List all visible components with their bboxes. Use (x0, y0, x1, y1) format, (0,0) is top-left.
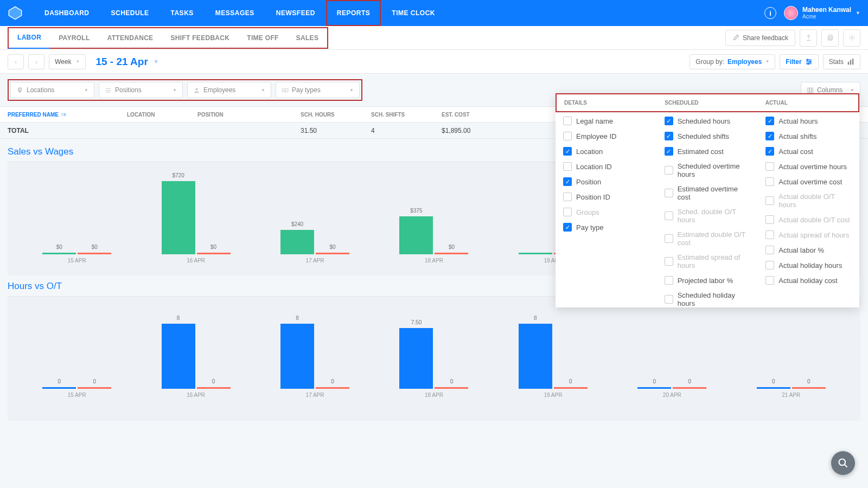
column-toggle[interactable]: Actual labor % (765, 246, 852, 254)
column-toggle[interactable]: Position ID (563, 192, 649, 201)
checkbox: ✓ (765, 132, 774, 140)
nav-item-tasks[interactable]: TASKS (160, 0, 205, 26)
positions-filter[interactable]: Positions ▼ (99, 82, 183, 98)
column-toggle[interactable]: ✓Location (563, 147, 649, 156)
avatar (784, 6, 798, 20)
nav-item-time-clock[interactable]: TIME CLOCK (381, 0, 446, 26)
period-label: Week (55, 58, 71, 66)
column-toggle: Actual double O/T hours (765, 192, 852, 209)
column-toggle[interactable]: ✓Pay type (563, 223, 649, 232)
groupby-select[interactable]: Group by: Employees ▼ (690, 54, 775, 69)
col-position-header[interactable]: POSITION (197, 112, 301, 118)
locations-filter[interactable]: Locations ▼ (10, 82, 94, 98)
date-range-picker[interactable]: 15 - 21 Apr ▼ (95, 56, 158, 68)
cash-icon (282, 87, 289, 94)
bar: 0 (637, 387, 671, 389)
column-toggle[interactable]: Actual holiday hours (765, 261, 852, 269)
column-toggle[interactable]: Location ID (563, 162, 649, 171)
column-toggle-label: Actual holiday hours (778, 261, 842, 269)
share-feedback-button[interactable]: Share feedback (725, 30, 795, 46)
tab-sales[interactable]: SALES (288, 27, 328, 49)
column-toggle[interactable]: ✓Actual hours (765, 117, 852, 125)
tab-labor[interactable]: LABOR (9, 27, 50, 49)
total-label: TOTAL (8, 127, 127, 134)
bar: $0 (435, 253, 468, 254)
col-sch-hours-header[interactable]: SCH. HOURS (301, 112, 371, 118)
column-toggle[interactable]: ✓Estimated cost (665, 147, 751, 156)
filter-button[interactable]: Filter (780, 54, 818, 69)
column-toggle[interactable]: Legal name (563, 117, 649, 125)
col-location-header[interactable]: LOCATION (127, 112, 197, 118)
settings-button[interactable] (843, 29, 860, 47)
prev-period-button[interactable]: ‹ (8, 54, 24, 69)
column-toggle[interactable]: Estimated overtime cost (665, 185, 751, 201)
next-period-button[interactable]: › (28, 54, 44, 69)
column-toggle[interactable]: Scheduled overtime hours (665, 162, 751, 178)
app-logo[interactable] (8, 5, 23, 21)
column-toggle-label: Pay type (576, 223, 604, 232)
bar: 0 (197, 387, 231, 389)
column-toggle-label: Scheduled hours (678, 117, 731, 125)
svg-point-17 (195, 88, 197, 90)
nav-item-schedule[interactable]: SCHEDULE (100, 0, 160, 26)
bar-group: 00 (17, 387, 136, 389)
tab-shift-feedback[interactable]: SHIFT FEEDBACK (162, 27, 238, 49)
nav-item-dashboard[interactable]: DASHBOARD (34, 0, 100, 26)
tab-attendance[interactable]: ATTENDANCE (99, 27, 162, 49)
col-sch-shifts-header[interactable]: SCH. SHIFTS (371, 112, 442, 118)
checkbox (765, 177, 774, 186)
print-button[interactable] (821, 29, 839, 47)
filter-selects-group: Locations ▼ Positions ▼ Employees ▼ Pay … (8, 79, 362, 101)
info-icon[interactable]: i (764, 7, 776, 19)
column-toggle[interactable]: Employee ID (563, 132, 649, 140)
column-toggle-label: Estimated double O/T cost (678, 230, 751, 247)
filter-label: Filter (786, 58, 801, 66)
user-menu[interactable]: Maheen Kanwal Acme ▼ (784, 6, 860, 20)
x-axis-label: 15 APR (17, 258, 136, 264)
help-button[interactable] (831, 451, 855, 475)
column-toggle-label: Position (576, 178, 601, 186)
checkbox: ✓ (665, 132, 673, 140)
col-est-cost-header[interactable]: EST. COST (442, 112, 512, 118)
bar: 0 (42, 387, 76, 389)
pencil-icon (732, 34, 739, 41)
column-toggle[interactable]: Scheduled holiday hours (665, 291, 751, 307)
column-toggle-label: Sched. double O/T hours (678, 208, 751, 224)
tab-payroll[interactable]: PAYROLL (50, 27, 98, 49)
bar-value-label: $0 (197, 244, 231, 250)
chevron-down-icon: ▼ (850, 88, 854, 93)
chevron-down-icon: ▼ (349, 88, 354, 93)
column-toggle[interactable]: ✓Position (563, 177, 649, 186)
column-toggle[interactable]: ✓Scheduled shifts (665, 132, 751, 140)
chevron-down-icon: ▼ (154, 59, 159, 65)
chevron-down-icon: ▼ (261, 88, 265, 93)
column-toggle[interactable]: Actual overtime cost (765, 177, 852, 186)
column-toggle[interactable]: ✓Scheduled hours (665, 117, 751, 125)
export-button[interactable] (800, 29, 817, 47)
date-toolbar: ‹ › Week ▼ 15 - 21 Apr ▼ Group by: Emplo… (0, 50, 868, 74)
nav-item-messages[interactable]: MESSAGES (205, 0, 265, 26)
checkbox (765, 246, 774, 254)
column-toggle[interactable]: ✓Actual cost (765, 147, 852, 156)
stats-button[interactable]: Stats (823, 54, 860, 69)
column-toggle-label: Actual labor % (778, 246, 824, 254)
employees-filter[interactable]: Employees ▼ (187, 82, 271, 98)
column-toggle-label: Actual cost (778, 147, 813, 156)
nav-item-newsfeed[interactable]: NEWSFEED (265, 0, 326, 26)
column-toggle[interactable]: Projected labor % (665, 276, 751, 285)
checkbox: ✓ (665, 117, 673, 125)
column-toggle[interactable]: ✓Actual shifts (765, 132, 852, 140)
column-toggle-label: Actual holiday cost (778, 277, 837, 285)
bar: 0 (673, 387, 706, 389)
bar: $0 (42, 253, 76, 254)
checkbox: ✓ (765, 147, 774, 156)
col-name-header[interactable]: PREFERRED NAME ↑≡ (8, 112, 127, 118)
column-toggle-label: Scheduled overtime hours (678, 162, 751, 178)
column-toggle[interactable]: Actual holiday cost (765, 276, 852, 285)
column-toggle[interactable]: Actual overtime hours (765, 162, 852, 171)
nav-item-reports[interactable]: REPORTS (326, 0, 381, 26)
column-toggle-label: Actual double O/T hours (778, 192, 852, 209)
paytypes-filter[interactable]: Pay types ▼ (276, 82, 360, 98)
tab-time-off[interactable]: TIME OFF (238, 27, 287, 49)
period-select[interactable]: Week ▼ (49, 54, 86, 69)
